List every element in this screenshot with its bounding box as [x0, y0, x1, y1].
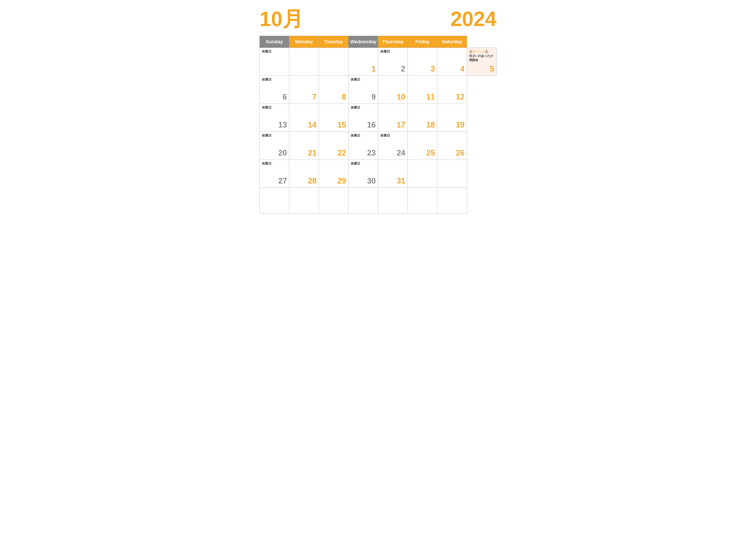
calendar-cell — [319, 188, 348, 214]
calendar-cell — [319, 48, 348, 76]
day-number: 2 — [380, 64, 405, 73]
rest-label: 休業日 — [351, 106, 376, 110]
calendar-cell: 12 — [437, 76, 467, 104]
rest-label: 休業日 — [351, 78, 376, 82]
event-line1: 🏠イベント🏠 — [469, 50, 494, 54]
calendar-cell: 26 — [437, 132, 467, 160]
header-thursday: Thursday — [378, 36, 408, 48]
day-number: 3 — [410, 64, 435, 73]
day-number: 8 — [321, 92, 346, 101]
calendar-cell: 17 — [378, 104, 408, 132]
day-number: 22 — [321, 148, 346, 158]
calendar-row: 休業日272829休業日3031 — [260, 160, 497, 188]
calendar-cell: 11 — [408, 76, 437, 104]
month-title: 10月 — [259, 9, 303, 29]
calendar-cell: 19 — [437, 104, 467, 132]
day-number: 17 — [380, 120, 405, 129]
calendar-cell: 28 — [289, 160, 319, 188]
calendar-cell: 休業日9 — [348, 76, 378, 104]
rest-label: 休業日 — [262, 134, 287, 138]
calendar-cell: 29 — [319, 160, 348, 188]
calendar-row: 休業日678休業日9101112 — [260, 76, 497, 104]
calendar-table: Sunday Monday Tuesday Wednesday Thursday… — [259, 36, 497, 214]
calendar-cell: 休業日27 — [260, 160, 289, 188]
day-number: 11 — [410, 92, 435, 101]
calendar-cell: 10 — [378, 76, 408, 104]
day-number: 18 — [410, 120, 435, 129]
calendar-cell: 14 — [289, 104, 319, 132]
calendar-cell: 31 — [378, 160, 408, 188]
day-number: 12 — [440, 92, 464, 101]
calendar-cell — [348, 188, 378, 214]
day-number: 15 — [321, 120, 346, 129]
calendar-cell — [437, 188, 467, 214]
day-number: 30 — [351, 176, 376, 186]
calendar-cell: 18 — [408, 104, 437, 132]
header-saturday: Saturday — [437, 36, 467, 48]
calendar-cell: 22 — [319, 132, 348, 160]
day-number: 23 — [351, 148, 376, 158]
calendar-row: 休業日131415休業日16171819 — [260, 104, 497, 132]
calendar-cell: 休業日16 — [348, 104, 378, 132]
calendar-cell: 休業日 — [260, 48, 289, 76]
calendar-cell: 21 — [289, 132, 319, 160]
header-wednesday: Wednesday — [348, 36, 378, 48]
header-monday: Monday — [289, 36, 319, 48]
calendar-cell — [437, 160, 467, 188]
day-number: 4 — [440, 64, 464, 73]
calendar-cell: 3 — [408, 48, 437, 76]
weekday-header-row: Sunday Monday Tuesday Wednesday Thursday… — [260, 36, 497, 48]
day-number: 25 — [410, 148, 435, 158]
calendar-cell: 1 — [348, 48, 378, 76]
calendar-cell: 15 — [319, 104, 348, 132]
day-number: 29 — [321, 176, 346, 186]
day-number: 9 — [351, 92, 376, 101]
calendar-cell: 4 — [437, 48, 467, 76]
day-number: 28 — [291, 176, 316, 186]
calendar-cell: 休業日20 — [260, 132, 289, 160]
rest-label: 休業日 — [262, 162, 287, 165]
event-line2: 住まいのあったか相談会 — [469, 54, 494, 62]
rest-label: 休業日 — [380, 134, 405, 138]
day-number: 5 — [469, 64, 494, 73]
day-number: 31 — [380, 176, 405, 186]
calendar-cell — [289, 48, 319, 76]
rest-label: 休業日 — [351, 162, 376, 165]
rest-label: 休業日 — [262, 106, 287, 110]
calendar-cell: 🏠イベント🏠住まいのあったか相談会5 — [467, 48, 496, 76]
day-number: 13 — [262, 120, 287, 129]
calendar-cell — [378, 188, 408, 214]
day-number: 21 — [291, 148, 316, 158]
calendar-cell — [408, 160, 437, 188]
day-number: 7 — [291, 92, 316, 101]
calendar-row: 休業日202122休業日23休業日242526 — [260, 132, 497, 160]
day-number: 16 — [351, 120, 376, 129]
rest-label: 休業日 — [262, 50, 287, 54]
day-number: 20 — [262, 148, 287, 158]
year-title: 2024 — [450, 9, 497, 29]
calendar-row: 休業日1休業日234🏠イベント🏠住まいのあったか相談会5 — [260, 48, 497, 76]
calendar-cell — [289, 188, 319, 214]
day-number: 14 — [291, 120, 316, 129]
calendar-cell — [260, 188, 289, 214]
calendar-cell: 8 — [319, 76, 348, 104]
calendar-cell — [408, 188, 437, 214]
header-friday: Friday — [408, 36, 437, 48]
day-number: 19 — [440, 120, 464, 129]
header-tuesday: Tuesday — [319, 36, 348, 48]
event-info: 🏠イベント🏠住まいのあったか相談会 — [469, 50, 494, 62]
calendar-cell: 25 — [408, 132, 437, 160]
calendar-header: 10月 2024 — [259, 9, 497, 29]
day-number: 1 — [351, 64, 376, 73]
calendar-cell: 休業日24 — [378, 132, 408, 160]
day-number: 26 — [440, 148, 464, 158]
header-sunday: Sunday — [260, 36, 289, 48]
rest-label: 休業日 — [262, 78, 287, 82]
day-number: 10 — [380, 92, 405, 101]
calendar-cell: 休業日2 — [378, 48, 408, 76]
day-number: 24 — [380, 148, 405, 158]
calendar-cell: 休業日6 — [260, 76, 289, 104]
calendar-cell: 休業日30 — [348, 160, 378, 188]
rest-label: 休業日 — [351, 134, 376, 138]
calendar-row — [260, 188, 497, 214]
